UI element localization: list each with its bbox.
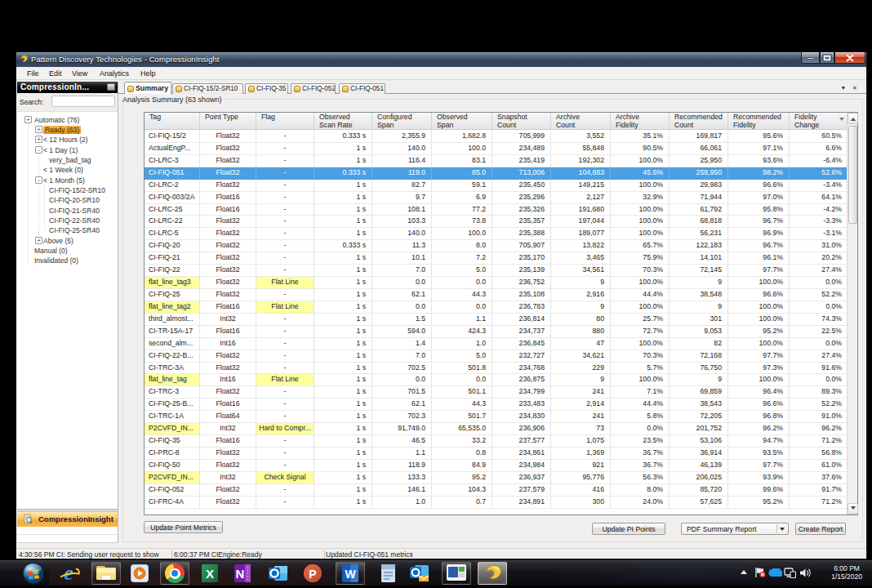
svg-text:P: P xyxy=(309,568,316,581)
svg-text:X: X xyxy=(206,567,214,581)
svg-text:N: N xyxy=(236,567,245,581)
svg-text:W: W xyxy=(345,568,356,581)
